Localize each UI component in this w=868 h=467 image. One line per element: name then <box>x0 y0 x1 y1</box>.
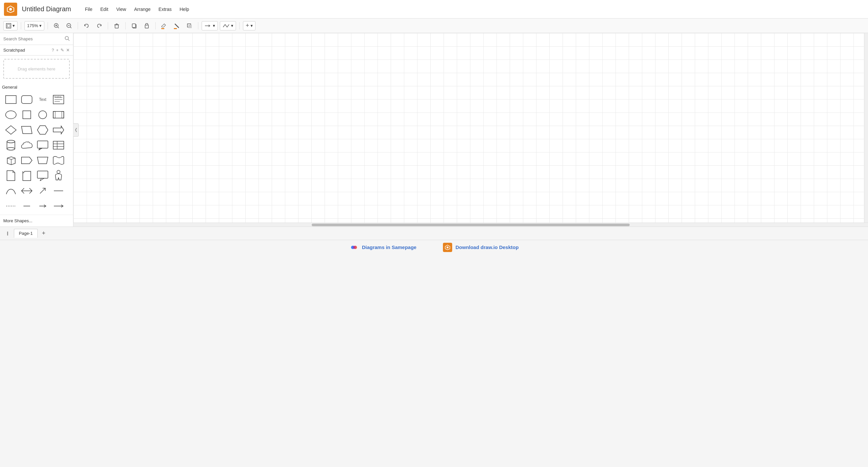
shape-callout[interactable] <box>35 138 50 152</box>
shadow-button[interactable] <box>184 21 195 31</box>
svg-rect-13 <box>132 24 135 27</box>
shape-wave[interactable] <box>51 153 66 168</box>
redo-button[interactable] <box>94 21 104 31</box>
scratchpad-add-icon[interactable]: + <box>56 48 59 53</box>
shape-page[interactable] <box>3 168 19 183</box>
pages-menu-button[interactable] <box>3 229 12 238</box>
shape-hexagon[interactable] <box>35 123 50 137</box>
menu-file[interactable]: File <box>82 5 96 14</box>
svg-line-22 <box>68 39 69 41</box>
shape-arrow-pentagon[interactable] <box>19 153 34 168</box>
zoom-out-button[interactable] <box>64 21 74 31</box>
shape-diamond[interactable] <box>3 123 19 137</box>
connection-dropdown[interactable]: ▾ <box>202 21 218 30</box>
search-icon[interactable] <box>64 36 70 42</box>
shape-trapezoid[interactable] <box>35 153 50 168</box>
svg-rect-35 <box>62 112 64 118</box>
shape-cylinder[interactable] <box>3 138 19 152</box>
shape-square[interactable] <box>19 108 34 122</box>
menu-edit[interactable]: Edit <box>97 5 112 14</box>
scratchpad-close-icon[interactable]: ✕ <box>66 48 70 53</box>
svg-rect-19 <box>188 25 192 28</box>
shape-rectangle[interactable] <box>3 92 19 107</box>
shape-arrow-right[interactable] <box>51 123 66 137</box>
svg-rect-56 <box>37 171 48 178</box>
samepage-link[interactable]: Diagrams in Samepage <box>362 244 416 250</box>
shape-dotted-line[interactable] <box>3 199 19 213</box>
delete-button[interactable] <box>112 21 122 31</box>
svg-point-41 <box>7 147 15 150</box>
shape-film[interactable] <box>51 108 66 122</box>
zoom-dropdown[interactable]: 175% ▾ <box>25 21 44 30</box>
shape-text[interactable]: Text <box>35 92 50 107</box>
svg-rect-1 <box>6 24 11 28</box>
shape-cube[interactable] <box>3 153 19 168</box>
svg-marker-45 <box>39 148 42 150</box>
svg-rect-44 <box>37 141 48 148</box>
format-dropdown-arrow[interactable]: ▾ <box>12 23 15 28</box>
svg-point-67 <box>7 233 8 234</box>
zoom-value: 175% <box>27 23 38 28</box>
shape-arrow-thin[interactable] <box>51 199 66 213</box>
shape-folded-page[interactable] <box>19 168 34 183</box>
paste-button[interactable] <box>142 21 152 31</box>
shape-ellipse[interactable] <box>3 108 19 122</box>
svg-line-9 <box>70 27 72 28</box>
shape-table[interactable] <box>51 138 66 152</box>
shape-line[interactable] <box>51 183 66 198</box>
scratchpad-help-icon[interactable]: ? <box>52 48 54 53</box>
promo-drawio[interactable]: Download draw.io Desktop <box>430 243 532 252</box>
svg-marker-57 <box>40 178 44 181</box>
toolbar-sep-8 <box>239 22 240 29</box>
toolbar-sep-3 <box>78 22 78 29</box>
add-dropdown-arrow: ▾ <box>251 23 253 28</box>
shapes-grid: Text Heading <box>1 91 72 215</box>
scratchpad-header: Scratchpad ? + ✎ ✕ <box>0 45 73 56</box>
copy-button[interactable] <box>129 21 140 31</box>
shape-rounded-rect[interactable] <box>19 92 34 107</box>
undo-button[interactable] <box>81 21 92 31</box>
sidebar-collapse-handle[interactable] <box>73 123 79 137</box>
shape-curve[interactable] <box>3 183 19 198</box>
shape-circle[interactable] <box>35 108 50 122</box>
drawio-link[interactable]: Download draw.io Desktop <box>456 244 519 250</box>
shape-person[interactable] <box>51 168 66 183</box>
toolbar: ▾ 175% ▾ ▾ <box>0 19 868 33</box>
shape-small-line[interactable] <box>19 199 34 213</box>
menu-view[interactable]: View <box>113 5 130 14</box>
scrollbar-vertical[interactable] <box>864 33 868 227</box>
svg-marker-39 <box>53 126 64 134</box>
scrollbar-horizontal[interactable] <box>73 223 868 227</box>
shape-callout2[interactable] <box>35 168 50 183</box>
menu-arrange[interactable]: Arrange <box>131 5 154 14</box>
search-input[interactable] <box>3 36 62 41</box>
shape-arrow-small[interactable] <box>35 199 50 213</box>
add-dropdown[interactable]: + ▾ <box>243 21 255 30</box>
add-page-button[interactable]: + <box>39 229 48 238</box>
fill-color-button[interactable] <box>159 21 169 31</box>
scratchpad-drop-area[interactable]: Drag elements here <box>3 59 70 79</box>
shape-parallelogram[interactable] <box>19 123 34 137</box>
shape-cloud[interactable] <box>19 138 34 152</box>
waypoint-dropdown[interactable]: ▾ <box>220 21 236 30</box>
svg-rect-31 <box>23 111 31 119</box>
shape-double-arrow[interactable] <box>19 183 34 198</box>
scratchpad-edit-icon[interactable]: ✎ <box>61 48 64 53</box>
menu-help[interactable]: Help <box>176 5 192 14</box>
svg-marker-54 <box>7 171 15 181</box>
shape-arrow-up-right[interactable] <box>35 183 50 198</box>
diagram-title[interactable]: Untitled Diagram <box>22 5 71 13</box>
shape-note[interactable]: Heading <box>51 92 66 107</box>
stroke-color-button[interactable] <box>172 21 182 31</box>
page-tab-1[interactable]: Page-1 <box>14 229 38 238</box>
page-tabs: Page-1 + <box>0 229 868 238</box>
promo-samepage[interactable]: Diagrams in Samepage <box>336 243 430 252</box>
format-dropdown[interactable]: ▾ <box>3 21 18 30</box>
zoom-in-button[interactable] <box>51 21 62 31</box>
scratchpad-title: Scratchpad <box>3 48 50 53</box>
more-shapes-button[interactable]: More Shapes... <box>0 215 73 227</box>
svg-marker-36 <box>6 126 16 134</box>
canvas-area[interactable] <box>73 33 868 227</box>
menu-extras[interactable]: Extras <box>155 5 175 14</box>
general-section-label: General <box>0 82 73 91</box>
